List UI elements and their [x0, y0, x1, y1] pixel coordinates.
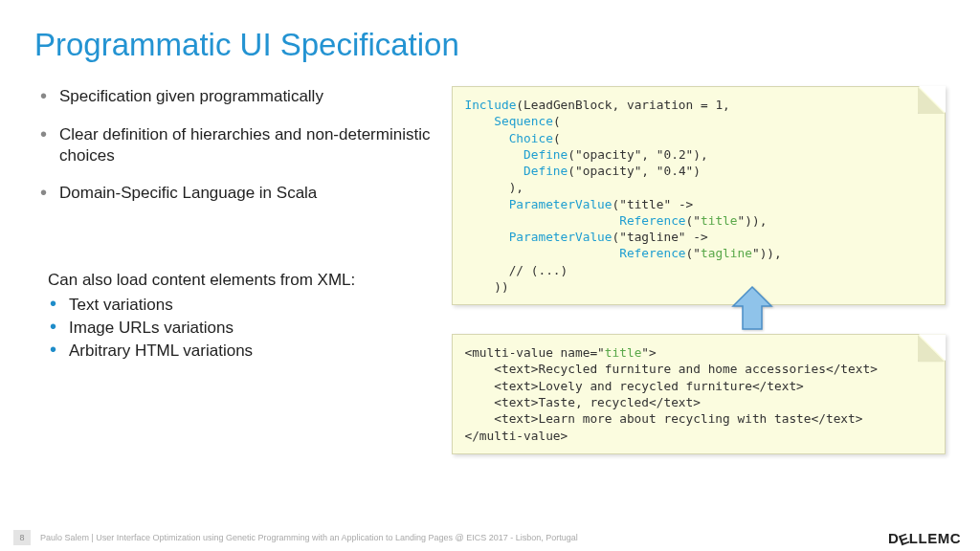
code-token: ParameterValue: [464, 197, 612, 211]
code-token: "opacity": [575, 164, 641, 178]
code-token: tagline: [701, 246, 752, 260]
code-token: (: [553, 114, 561, 128]
code-token: (: [568, 164, 575, 178]
code-token: <text>Learn more about recycling with ta…: [464, 411, 862, 426]
logo-part: LLEMC: [909, 530, 961, 546]
code-token: (LeadGenBlock, variation = 1,: [516, 98, 729, 112]
sub-intro: Can also load content elements from XML:: [34, 271, 433, 290]
code-token: ParameterValue: [464, 230, 612, 244]
code-token: ": [693, 246, 701, 260]
code-token: "opacity": [575, 147, 641, 162]
dell-emc-logo: DELLEMC: [888, 530, 961, 546]
footer-text: Paulo Salem | User Interface Optimizatio…: [40, 533, 578, 542]
code-token: Sequence: [464, 114, 552, 128]
code-token: Include: [464, 98, 516, 112]
code-token: <text>Recycled furniture and home access…: [464, 362, 877, 376]
code-token: </multi-value>: [464, 429, 568, 443]
content-columns: Specification given programmatically Cle…: [34, 86, 946, 454]
code-token: <text>Lovely and recycled furniture</tex…: [464, 379, 803, 393]
code-token: ): [693, 164, 701, 178]
bullet-item: Clear definition of hierarchies and non-…: [38, 124, 433, 166]
code-token: Define: [464, 147, 568, 162]
code-token: ": [693, 213, 701, 228]
code-token: Define: [464, 164, 568, 178]
left-column: Specification given programmatically Cle…: [34, 86, 433, 454]
code-token: "title": [619, 197, 671, 211]
code-token: Reference: [464, 213, 685, 228]
code-token: "tagline": [619, 230, 685, 244]
code-token: "0.2": [657, 147, 694, 162]
code-token: // (...): [464, 263, 568, 277]
code-block-xml: <multi-value name="title"> <text>Recycle…: [452, 334, 946, 454]
arrow-up-icon: [729, 285, 787, 341]
code-token: ,: [641, 164, 656, 178]
main-bullets: Specification given programmatically Cle…: [34, 86, 433, 204]
code-token: )),: [760, 246, 782, 260]
code-token: )): [464, 279, 508, 294]
page-number: 8: [13, 530, 31, 545]
code-token: <multi-value name=": [464, 345, 604, 360]
sub-bullets: Text variations Image URLs variations Ar…: [34, 294, 433, 362]
code-token: "0.4": [657, 164, 694, 178]
right-column: Include(LeadGenBlock, variation = 1, Seq…: [452, 86, 946, 454]
code-token: ->: [686, 230, 708, 244]
code-token: <text>Taste, recycled</text>: [464, 395, 701, 409]
sub-bullet-item: Text variations: [48, 294, 433, 317]
code-block-scala: Include(LeadGenBlock, variation = 1, Seq…: [452, 86, 946, 305]
code-token: (: [568, 147, 575, 162]
code-token: title: [605, 345, 642, 360]
code-token: Choice: [464, 131, 552, 145]
code-token: title: [701, 213, 738, 228]
code-token: )),: [745, 213, 767, 228]
code-token: ,: [641, 147, 656, 162]
sub-bullet-item: Arbitrary HTML variations: [48, 340, 433, 363]
sub-bullet-item: Image URLs variations: [48, 317, 433, 340]
footer: 8 Paulo Salem | User Interface Optimizat…: [0, 524, 980, 551]
bullet-item: Domain-Specific Language in Scala: [38, 183, 433, 204]
slide: Programmatic UI Specification Specificat…: [0, 0, 980, 551]
code-token: (: [553, 131, 561, 145]
code-token: ),: [693, 147, 707, 162]
code-token: ),: [464, 180, 523, 194]
code-token: Reference: [464, 246, 685, 260]
code-token: ->: [671, 197, 693, 211]
slide-title: Programmatic UI Specification: [34, 27, 946, 63]
code-token: ">: [641, 345, 656, 360]
bullet-item: Specification given programmatically: [38, 86, 433, 107]
code-token: ": [752, 246, 760, 260]
